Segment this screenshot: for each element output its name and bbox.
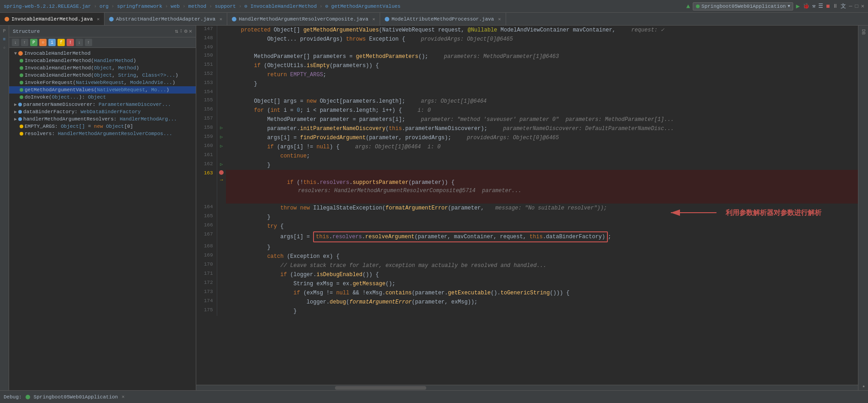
bc-method[interactable]: method <box>188 4 207 9</box>
code-line-150: 150 MethodParameter[] parameters = getMe… <box>196 52 858 61</box>
structure-title: Structure <box>13 29 40 34</box>
code-line-174: 174 logger.debug(formatArgumentError(par… <box>196 298 858 307</box>
close-structure-btn[interactable]: ✕ <box>189 28 192 35</box>
tree-item-invoke[interactable]: invokeForRequest(NativeWebRequest, Model… <box>9 79 196 86</box>
structure-toolbar: ⇅ ↕ ⚙ ✕ <box>175 28 192 35</box>
code-line-156: 156 for (int i = 0; i < parameters.lengt… <box>196 106 858 115</box>
structure-panel: Structure ⇅ ↕ ⚙ ✕ ↓ ↑ P ○ i f ! ↓ ↑ <box>9 26 196 390</box>
app-selector[interactable]: Springboot05Web01Application ▼ <box>693 2 793 10</box>
code-line-149: 149 <box>196 44 858 52</box>
tree-item-empty-args[interactable]: EMPTY_ARGS: Object[] = new Object[0] <box>9 123 196 130</box>
horizontal-scrollbar[interactable] <box>335 386 426 390</box>
nav-arrow-up[interactable]: ▲ <box>686 3 690 10</box>
code-line-147: 147 protected Object[] getMethodArgument… <box>196 26 858 35</box>
pause-button[interactable]: ⏸ <box>832 3 838 10</box>
tab-label: ModelAttributeMethodProcessor.java <box>392 16 494 22</box>
structure-icons-toolbar: ↓ ↑ P ○ i f ! ↓ ↑ <box>9 37 196 48</box>
favorites-icon[interactable]: ★ <box>860 382 867 390</box>
collapse-btn[interactable]: ↑ <box>21 39 28 46</box>
code-line-151: 151 if (ObjectUtils.isEmpty(parameters))… <box>196 61 858 70</box>
expand-btn[interactable]: ↓ <box>12 39 19 46</box>
up-arrow-btn[interactable]: ↑ <box>85 39 92 46</box>
tab-close[interactable]: ✕ <box>220 16 222 22</box>
code-line-164: 164 throw new IllegalStateException(form… <box>196 204 858 213</box>
bc-support[interactable]: support <box>215 4 236 9</box>
structure-icon[interactable]: ≡ <box>1 36 8 43</box>
bc-springframework[interactable]: springframework <box>117 4 162 9</box>
window-close[interactable]: ✕ <box>861 3 864 10</box>
tree-item-doinvoke[interactable]: doInvoke(Object...): Object <box>9 94 196 101</box>
tree-root[interactable]: ▼ InvocableHandlerMethod <box>9 50 196 57</box>
debug-close[interactable]: × <box>121 394 125 400</box>
code-line-155: 155 Object[] args = new Object[parameter… <box>196 97 858 106</box>
stop-button[interactable]: ■ <box>826 3 830 10</box>
java-icon <box>385 17 389 21</box>
tab-close[interactable]: ✕ <box>97 16 99 22</box>
code-line-169: 169 catch (Exception ex) { <box>196 252 858 261</box>
debug-app-name: Springboot05Web01Application <box>34 394 118 400</box>
code-line-173: 173 if (exMsg != null && !exMsg.contains… <box>196 288 858 298</box>
tab-abstract[interactable]: AbstractHandlerMethodAdapter.java ✕ <box>105 13 227 26</box>
java-icon <box>109 17 114 21</box>
package-filter[interactable]: ○ <box>39 39 47 46</box>
tree-item-constructor2[interactable]: InvocableHandlerMethod(Object, Method) <box>9 64 196 72</box>
bc-class[interactable]: ⊙ InvocableHandlerMethod <box>245 3 317 9</box>
debug-bar: Debug: Springboot05Web01Application × <box>0 390 868 403</box>
window-min[interactable]: — <box>849 3 852 10</box>
tab-close[interactable]: ✕ <box>372 16 375 22</box>
coverage-button[interactable]: ☰ <box>818 3 823 10</box>
info-filter[interactable]: i <box>48 39 56 46</box>
translate-button[interactable]: 文 <box>841 2 846 10</box>
code-line-153: 153 } <box>196 79 858 89</box>
code-line-161: 161 continue; <box>196 152 858 161</box>
code-line-152: 152 return EMPTY_ARGS; <box>196 70 858 79</box>
tab-label: InvocableHandlerMethod.java <box>11 16 93 22</box>
sort-btn[interactable]: ⇅ <box>175 28 178 35</box>
public-filter[interactable]: P <box>30 39 37 46</box>
tree-item-constructor3[interactable]: InvocableHandlerMethod(Object, String, C… <box>9 72 196 79</box>
bookmark-icon[interactable]: ☆ <box>1 44 8 51</box>
bc-method-name[interactable]: ⊙ getMethodArgumentValues <box>325 3 401 9</box>
code-content[interactable]: 147 protected Object[] getMethodArgument… <box>196 26 858 385</box>
database-icon[interactable]: DB <box>860 27 867 37</box>
java-icon <box>5 17 9 21</box>
tab-close[interactable]: ✕ <box>498 16 501 22</box>
tree-item-handler-resolvers[interactable]: ▶ handlerMethodArgumentResolvers: Handle… <box>9 115 196 123</box>
bc-org[interactable]: org <box>99 4 109 9</box>
tab-handler[interactable]: HandlerMethodArgumentResolverComposite.j… <box>227 13 380 26</box>
code-line-158: 158 ▷ parameter.initParameterNameDiscove… <box>196 124 858 133</box>
breakpoint-dot[interactable] <box>219 170 224 175</box>
tab-invocable[interactable]: InvocableHandlerMethod.java ✕ <box>0 13 105 26</box>
tree-item-resolvers[interactable]: resolvers: HandlerMethodArgumentResolver… <box>9 130 196 137</box>
tree-item-databinder[interactable]: ▶ dataBinderFactory: WebDataBinderFactor… <box>9 108 196 115</box>
bc-web[interactable]: web <box>171 4 180 9</box>
debug-button[interactable]: 🐞 <box>803 3 810 10</box>
java-icon <box>232 17 236 21</box>
code-line-167: 167 args[i] = this.resolvers.resolveArgu… <box>196 231 858 243</box>
code-line-175: 175 } <box>196 307 858 316</box>
debug-label: Debug: <box>4 394 22 400</box>
code-line-171: 171 if (logger.isDebugEnabled()) { <box>196 270 858 279</box>
tab-model[interactable]: ModelAttributeMethodProcessor.java ✕ <box>380 13 506 26</box>
down-arrow-btn[interactable]: ↓ <box>76 39 83 46</box>
sort-alpha-btn[interactable]: ↕ <box>179 28 183 35</box>
right-panel: DB ★ <box>858 26 868 390</box>
tab-label: HandlerMethodArgumentResolverComposite.j… <box>239 16 368 22</box>
error-filter[interactable]: ! <box>67 39 74 46</box>
tree-item-param-discoverer[interactable]: ▶ parameterNameDiscoverer: ParameterName… <box>9 101 196 108</box>
tree-item-getmethod[interactable]: getMethodArgumentValues(NativeWebRequest… <box>9 86 196 94</box>
static-filter[interactable]: f <box>58 39 65 46</box>
code-line-162: 162 ▷ } <box>196 161 858 170</box>
settings-btn[interactable]: ⚙ <box>184 28 188 35</box>
code-line-148: 148 Object... providedArgs) throws Excep… <box>196 35 858 44</box>
code-table: 147 protected Object[] getMethodArgument… <box>196 26 858 316</box>
window-max[interactable]: □ <box>855 3 858 10</box>
run-button[interactable]: ▶ <box>796 2 800 10</box>
jar-file[interactable]: spring-web-5.2.12.RELEASE.jar <box>4 4 91 9</box>
code-line-165: 165 } <box>196 213 858 222</box>
left-side-panel: P ≡ ☆ <box>0 26 9 390</box>
editor-area: 147 protected Object[] getMethodArgument… <box>196 26 858 390</box>
build-button[interactable]: ⚒ <box>812 3 816 10</box>
tree-item-constructor1[interactable]: InvocableHandlerMethod(HandlerMethod) <box>9 57 196 64</box>
project-icon[interactable]: P <box>1 27 8 35</box>
